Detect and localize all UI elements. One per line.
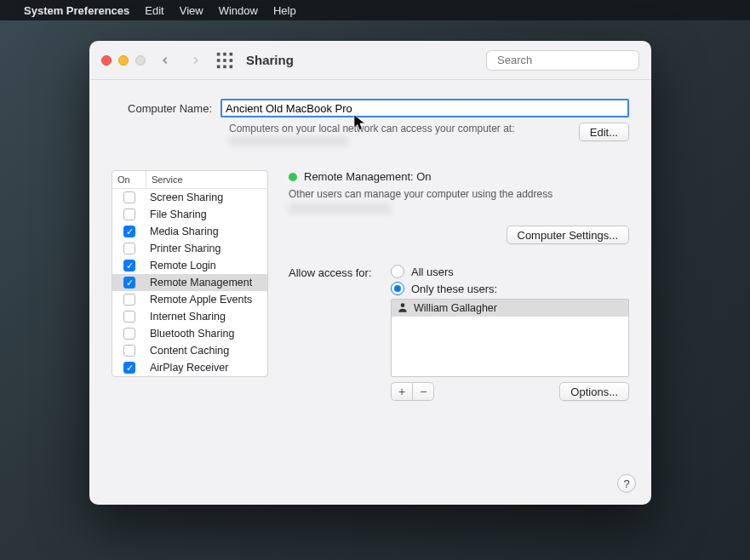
minimize-window-button[interactable] xyxy=(118,55,129,66)
service-checkbox[interactable] xyxy=(123,243,135,254)
service-label: Bluetooth Sharing xyxy=(146,328,267,340)
service-row[interactable]: Remote Apple Events xyxy=(112,291,267,308)
service-row[interactable]: Internet Sharing xyxy=(112,308,267,325)
service-label: File Sharing xyxy=(146,209,267,220)
menu-edit[interactable]: Edit xyxy=(145,4,163,17)
service-label: Internet Sharing xyxy=(146,311,267,323)
access-option-only-these-users[interactable]: Only these users: xyxy=(391,282,629,295)
access-option-label: All users xyxy=(411,266,454,278)
menu-help[interactable]: Help xyxy=(273,4,296,17)
svg-rect-6 xyxy=(217,65,220,68)
service-checkbox[interactable] xyxy=(123,328,135,340)
preferences-window: Sharing Computer Name: Computers on your… xyxy=(89,41,651,505)
service-label: Remote Apple Events xyxy=(146,294,267,306)
service-detail: Remote Management: On Other users can ma… xyxy=(289,170,629,401)
menu-window[interactable]: Window xyxy=(219,4,258,17)
status-description: Other users can manage your computer usi… xyxy=(289,188,629,200)
radio-icon xyxy=(391,265,404,278)
svg-rect-1 xyxy=(223,52,226,55)
service-checkbox[interactable] xyxy=(123,209,135,220)
zoom-window-button xyxy=(135,55,146,66)
access-option-label: Only these users: xyxy=(411,283,497,295)
titlebar: Sharing xyxy=(89,41,651,80)
services-header-service: Service xyxy=(146,171,267,188)
add-user-button[interactable]: + xyxy=(391,382,412,401)
service-label: AirPlay Receiver xyxy=(146,362,267,374)
services-header: On Service xyxy=(112,171,267,189)
service-checkbox[interactable] xyxy=(123,345,135,357)
service-row[interactable]: AirPlay Receiver xyxy=(112,359,267,376)
services-list: On Service Screen SharingFile SharingMed… xyxy=(112,170,268,377)
users-list[interactable]: William Gallagher xyxy=(391,299,629,377)
status-indicator-icon xyxy=(289,173,297,181)
service-checkbox[interactable] xyxy=(123,362,135,374)
window-title: Sharing xyxy=(246,53,294,67)
service-checkbox[interactable] xyxy=(123,260,135,271)
computer-name-row: Computer Name: xyxy=(112,99,629,117)
computer-name-label: Computer Name: xyxy=(112,102,220,115)
service-label: Content Caching xyxy=(146,345,267,357)
svg-rect-8 xyxy=(230,65,233,68)
access-option-all-users[interactable]: All users xyxy=(391,265,629,278)
service-row[interactable]: Content Caching xyxy=(112,342,267,359)
help-button[interactable]: ? xyxy=(617,474,636,493)
access-section: Allow access for: All users Only these u… xyxy=(289,265,629,401)
service-row[interactable]: Bluetooth Sharing xyxy=(112,325,267,342)
service-label: Remote Login xyxy=(146,260,267,271)
status-title: Remote Management: On xyxy=(304,170,432,183)
radio-icon xyxy=(391,282,404,295)
close-window-button[interactable] xyxy=(101,55,112,66)
user-row[interactable]: William Gallagher xyxy=(392,300,628,317)
service-checkbox[interactable] xyxy=(123,294,135,306)
svg-rect-2 xyxy=(230,52,233,55)
search-input[interactable] xyxy=(497,54,640,66)
app-menu[interactable]: System Preferences xyxy=(24,4,129,17)
service-checkbox[interactable] xyxy=(123,277,135,289)
edit-hostname-button[interactable]: Edit... xyxy=(579,123,629,141)
svg-rect-0 xyxy=(217,52,220,55)
show-all-button[interactable] xyxy=(215,51,234,70)
service-label: Media Sharing xyxy=(146,226,267,237)
search-field[interactable] xyxy=(486,50,639,71)
chevron-right-icon xyxy=(190,54,202,66)
service-row[interactable]: Printer Sharing xyxy=(112,240,267,257)
menu-view[interactable]: View xyxy=(180,4,203,17)
computer-name-hint: Computers on your local network can acce… xyxy=(229,123,579,134)
grid-icon xyxy=(215,51,234,70)
traffic-lights xyxy=(101,55,146,66)
service-checkbox[interactable] xyxy=(123,311,135,323)
services-header-on: On xyxy=(112,171,146,188)
forward-button[interactable] xyxy=(185,49,207,71)
hostname-text xyxy=(229,136,348,146)
management-address xyxy=(289,203,391,214)
service-label: Remote Management xyxy=(146,277,267,289)
service-label: Printer Sharing xyxy=(146,243,267,254)
person-icon xyxy=(397,301,409,316)
service-row[interactable]: File Sharing xyxy=(112,206,267,223)
svg-rect-3 xyxy=(217,59,220,62)
remove-user-button[interactable]: − xyxy=(412,382,434,401)
content-area: Computer Name: Computers on your local n… xyxy=(89,80,651,505)
service-checkbox[interactable] xyxy=(123,226,135,237)
service-row[interactable]: Remote Management xyxy=(112,274,267,291)
system-menubar: System Preferences Edit View Window Help xyxy=(0,0,750,20)
service-row[interactable]: Remote Login xyxy=(112,257,267,274)
status-row: Remote Management: On xyxy=(289,170,629,183)
svg-point-11 xyxy=(401,303,405,307)
service-label: Screen Sharing xyxy=(146,191,267,203)
service-checkbox[interactable] xyxy=(123,191,135,203)
access-label: Allow access for: xyxy=(289,265,382,279)
computer-name-input[interactable] xyxy=(220,99,629,117)
back-button[interactable] xyxy=(154,49,176,71)
svg-rect-7 xyxy=(223,65,226,68)
computer-name-hint-row: Computers on your local network can acce… xyxy=(229,123,629,146)
service-row[interactable]: Screen Sharing xyxy=(112,189,267,206)
chevron-left-icon xyxy=(159,54,171,66)
svg-rect-5 xyxy=(230,59,233,62)
service-row[interactable]: Media Sharing xyxy=(112,223,267,240)
user-name: William Gallagher xyxy=(414,302,497,314)
svg-rect-4 xyxy=(223,59,226,62)
options-button[interactable]: Options... xyxy=(559,382,629,401)
computer-settings-button[interactable]: Computer Settings... xyxy=(507,226,630,244)
